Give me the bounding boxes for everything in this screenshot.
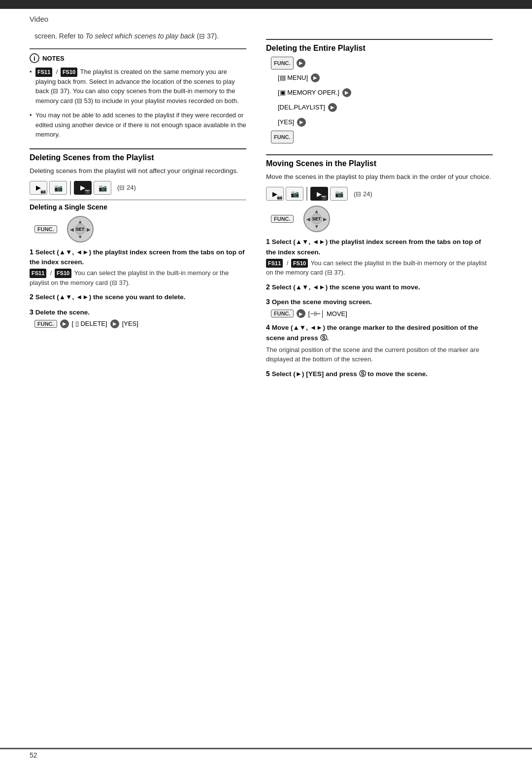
tab-photo2-2: 📷 xyxy=(330,187,348,201)
move-label: [⊣⊢│ MOVE] xyxy=(308,310,347,317)
bottom-bar xyxy=(0,748,532,749)
func-btn-step3[interactable]: FUNC. xyxy=(34,320,57,328)
note-item-1: FS11 / FS10 The playlist is created on t… xyxy=(30,67,246,105)
yes-label-1: [YES] xyxy=(122,320,138,327)
menu-label: [▤ MENU] xyxy=(278,71,308,84)
arrow-menu-1: ▶ xyxy=(297,59,305,68)
step-3-right: 3 Open the scene moving screen. FUNC. ▶ … xyxy=(266,297,493,318)
subsection1-title: Deleting a Single Scene xyxy=(30,200,246,211)
section2-text: Move the scenes in the playlist to play … xyxy=(266,172,493,182)
tab-photo-2: 📷 xyxy=(286,187,303,201)
step-1-right: 1 Select (▲▼, ◄►) the playlist index scr… xyxy=(266,237,493,278)
arrow-menu-3: ▶ xyxy=(342,88,351,97)
step1-detail-right: FS11 / FS10 You can select the playlist … xyxy=(266,258,493,278)
section1-title: Deleting Scenes from the Playlist xyxy=(30,153,246,162)
page: Video screen. Refer to To select which s… xyxy=(0,0,532,769)
yes-label-right: [YES] xyxy=(278,116,294,129)
step-5-right: 5 Select (►) [YES] and press Ⓢ to move t… xyxy=(266,369,493,379)
section2-divider xyxy=(266,154,493,155)
two-col-layout: screen. Refer to To select which scenes … xyxy=(0,26,532,384)
del-label: [DEL.PLAYLIST] xyxy=(278,101,325,114)
badge-fs11-s1: FS11 xyxy=(30,269,46,278)
func-btn-right-2[interactable]: FUNC. xyxy=(271,131,294,143)
menu-steps: FUNC. ▶ [▤ MENU] ▶ [▣ MEMORY OPER.] ▶ [D… xyxy=(271,57,493,143)
memory-label: [▣ MEMORY OPER.] xyxy=(278,86,339,99)
page-ref-2: (⊟ 24) xyxy=(354,190,372,198)
page-number: 52 xyxy=(30,751,37,759)
step-3-left: 3 Delete the scene. FUNC. ▶ [ ▯ DELETE] … xyxy=(30,308,246,328)
arrow-circle-1: ▶ xyxy=(60,319,69,328)
badge-fs10: FS10 xyxy=(61,68,77,77)
step-1-left: 1 Select (▲▼, ◄►) the playlist index scr… xyxy=(30,247,246,288)
arrow-circle-r1: ▶ xyxy=(297,309,305,318)
section2-title: Moving Scenes in the Playlist xyxy=(266,159,493,168)
header-label: Video xyxy=(30,15,48,23)
arrow-circle-2: ▶ xyxy=(110,319,119,328)
header-video: Video xyxy=(0,9,532,26)
tab-photo: 📷 xyxy=(49,181,67,195)
arrow-menu-2: ▶ xyxy=(311,73,320,82)
func-btn-right-1[interactable]: FUNC. xyxy=(271,57,294,70)
tab-playlist2-active: ▶📷 xyxy=(310,187,328,201)
step-2-left: 2 Select (▲▼, ◄►) the scene you want to … xyxy=(30,292,246,302)
step-4-right: 4 Move (▲▼, ◄►) the orange marker to the… xyxy=(266,323,493,364)
badge-fs11-r1: FS11 xyxy=(266,259,283,268)
page-ref-1: (⊟ 24) xyxy=(117,184,136,191)
intro-text: screen. Refer to To select which scenes … xyxy=(30,31,246,41)
func-btn-step3-r[interactable]: FUNC. xyxy=(271,310,294,317)
section1-text: Deleting scenes from the playlist will n… xyxy=(30,166,246,176)
note-item-2: You may not be able to add scenes to the… xyxy=(30,110,246,140)
badge-fs10-s1: FS10 xyxy=(55,269,71,278)
right-column: Deleting the Entire Playlist FUNC. ▶ [▤ … xyxy=(266,31,493,384)
section1-divider xyxy=(30,148,246,149)
step1-detail-left: FS11 / FS10 You can select the playlist … xyxy=(30,268,246,287)
tab-icons-row-2: ▶📷 📷 ▶📷 📷 (⊟ 24) xyxy=(266,187,493,201)
tab-video-2: ▶📷 xyxy=(266,187,284,201)
arrow-menu-4: ▶ xyxy=(328,103,337,112)
set-button[interactable]: SET xyxy=(75,224,86,235)
left-column: screen. Refer to To select which scenes … xyxy=(30,31,246,384)
tab-separator-2 xyxy=(306,187,307,201)
section-right-title: Deleting the Entire Playlist xyxy=(266,44,493,53)
info-icon: i xyxy=(30,53,39,63)
dpad-1: ▲ ▼ ◀ ▶ SET xyxy=(67,216,94,243)
section-right-divider xyxy=(266,39,493,40)
set-button-2[interactable]: SET xyxy=(311,213,322,224)
badge-fs10-r1: FS10 xyxy=(291,259,308,268)
tab-video: ▶📷 xyxy=(30,181,47,195)
tab-photo2: 📷 xyxy=(94,181,111,195)
notes-title: i NOTES xyxy=(30,53,246,63)
tab-icons-row-1: ▶📷 📷 ▶📷 📷 (⊟ 24) xyxy=(30,181,246,195)
badge-fs11: FS11 xyxy=(35,68,52,77)
func-button-2[interactable]: FUNC. xyxy=(271,215,294,223)
step-2-right: 2 Select (▲▼, ◄►) the scene you want to … xyxy=(266,282,493,292)
step4-text: The original position of the scene and t… xyxy=(266,345,493,364)
notes-box: i NOTES FS11 / FS10 The playlist is crea… xyxy=(30,48,246,140)
func-button-1[interactable]: FUNC. xyxy=(34,225,57,233)
tab-playlist-active: ▶📷 xyxy=(74,181,92,195)
dpad-2: ▲ ▼ ◀ ▶ SET xyxy=(303,206,330,232)
tab-separator xyxy=(70,181,71,195)
top-bar xyxy=(0,0,532,9)
arrow-menu-5: ▶ xyxy=(297,118,306,127)
delete-label: [ ▯ DELETE] xyxy=(72,320,107,327)
